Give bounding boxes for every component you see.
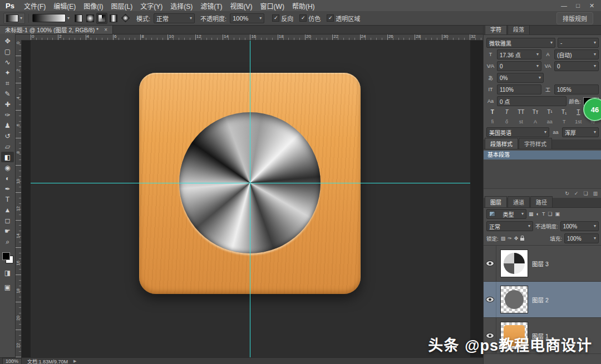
opacity-select[interactable]: 100% ▾: [230, 13, 264, 23]
standard-ligatures-button[interactable]: fi: [486, 118, 499, 126]
move-tool[interactable]: ✥: [1, 36, 14, 46]
visibility-toggle[interactable]: [484, 246, 496, 281]
baseline-shift-field[interactable]: 0 点: [497, 96, 566, 106]
menu-item[interactable]: 视图(V): [226, 1, 257, 11]
tracking-select[interactable]: 0 ▾: [554, 61, 599, 71]
tab-paragraph-styles[interactable]: 段落样式: [485, 138, 518, 149]
canvas-viewport[interactable]: [21, 40, 483, 357]
horizontal-ruler[interactable]: 02468101214161820222426283032: [21, 34, 483, 41]
lasso-tool[interactable]: ∿: [1, 57, 14, 67]
superscript-button[interactable]: T¹: [544, 108, 556, 116]
crop-tool[interactable]: ⌗: [1, 78, 14, 88]
sync-override-icon[interactable]: ↻: [565, 191, 569, 196]
path-selection-tool[interactable]: ▲: [1, 205, 14, 215]
foreground-color-swatch[interactable]: [2, 252, 10, 260]
anti-alias-select[interactable]: 浑厚 ▾: [562, 127, 599, 137]
lock-position-icon[interactable]: ✥: [514, 236, 519, 241]
filter-type-select[interactable]: 类型 ▾: [486, 209, 526, 219]
faux-bold-button[interactable]: T: [486, 108, 499, 116]
new-style-icon[interactable]: ❏: [583, 191, 588, 196]
tsume-select[interactable]: 0% ▾: [497, 73, 544, 83]
menu-item[interactable]: 滤镜(T): [196, 1, 226, 11]
hand-tool[interactable]: ☛: [1, 226, 14, 236]
filter-type-layers-icon[interactable]: T: [542, 211, 545, 217]
tab-paths[interactable]: 路径: [530, 196, 553, 207]
lock-transparent-icon[interactable]: ▨: [501, 236, 506, 241]
color-swatches[interactable]: [2, 252, 13, 263]
layer-thumbnail[interactable]: [500, 286, 528, 313]
vertical-scale-field[interactable]: 110%: [497, 84, 541, 94]
underline-button[interactable]: T: [573, 108, 585, 116]
mode-select[interactable]: 正常 ▾: [154, 13, 195, 23]
quick-selection-tool[interactable]: ✦: [1, 67, 14, 78]
brush-tool[interactable]: ✑: [1, 109, 14, 120]
lock-pixels-icon[interactable]: ✑: [508, 236, 512, 241]
ordinals-button[interactable]: 1st: [573, 118, 585, 126]
discretionary-ligatures-button[interactable]: st: [515, 118, 528, 126]
vertical-ruler[interactable]: 0246810121416182022: [15, 40, 22, 357]
reflected-gradient-button[interactable]: [108, 13, 119, 24]
type-tool[interactable]: T: [1, 194, 14, 205]
paragraph-style-item[interactable]: 基本段落: [484, 151, 601, 159]
menu-item[interactable]: 文字(Y): [136, 1, 166, 11]
blur-tool[interactable]: ◉: [1, 162, 14, 173]
angle-gradient-button[interactable]: [96, 13, 107, 24]
small-caps-button[interactable]: Tᴛ: [529, 108, 541, 116]
menu-item[interactable]: 窗口(W): [257, 1, 288, 11]
tab-character-styles[interactable]: 字符样式: [519, 138, 552, 149]
close-tab-icon[interactable]: ×: [104, 27, 107, 33]
blend-mode-select[interactable]: 正常 ▾: [486, 221, 533, 231]
zoom-level-field[interactable]: 100%: [2, 358, 22, 364]
language-select[interactable]: 美国英语 ▾: [486, 127, 549, 137]
layer-opacity-select[interactable]: 100% ▾: [560, 221, 599, 231]
filter-adjustment-layers-icon[interactable]: ◐: [536, 211, 539, 217]
checkbox-reverse[interactable]: ✓反向: [272, 14, 293, 23]
tab-channels[interactable]: 通道: [508, 196, 530, 207]
menu-item[interactable]: 图层(L): [107, 1, 137, 11]
diamond-gradient-button[interactable]: [120, 13, 131, 24]
contextual-alternates-button[interactable]: ő: [501, 118, 513, 126]
layer-row[interactable]: 图层 2: [484, 282, 601, 318]
all-caps-button[interactable]: TT: [515, 108, 528, 116]
lock-all-icon[interactable]: [520, 238, 524, 241]
gradient-tool[interactable]: ◧: [1, 152, 14, 162]
linear-gradient-button[interactable]: [73, 13, 84, 24]
visibility-toggle[interactable]: [484, 282, 496, 317]
font-family-select[interactable]: 微软雅黑 ▾: [486, 38, 555, 48]
eraser-tool[interactable]: ▱: [1, 141, 14, 152]
tab-character[interactable]: 字符: [485, 25, 507, 34]
pen-tool[interactable]: ✒: [1, 183, 14, 194]
horizontal-scale-field[interactable]: 105%: [554, 84, 599, 94]
font-size-select[interactable]: 17.36 点 ▾: [497, 49, 541, 59]
tool-preset-picker[interactable]: ▾: [3, 13, 25, 24]
filter-pixel-layers-icon[interactable]: ▦: [529, 211, 534, 217]
history-brush-tool[interactable]: ↺: [1, 131, 14, 141]
leading-select[interactable]: (自动) ▾: [554, 49, 599, 59]
workspace-button[interactable]: 排版规则: [556, 12, 593, 24]
filter-smart-object-icon[interactable]: ▣: [555, 211, 560, 217]
checkbox-transparency[interactable]: ✓透明区域: [327, 14, 360, 23]
restore-button[interactable]: □: [571, 2, 585, 9]
menu-item[interactable]: 编辑(E): [50, 1, 80, 11]
quick-mask-mode-button[interactable]: ◨: [1, 267, 14, 278]
eyedropper-tool[interactable]: ✎: [1, 88, 14, 99]
radial-gradient-button[interactable]: [85, 13, 96, 24]
faux-italic-button[interactable]: T: [501, 108, 513, 116]
filter-shape-layers-icon[interactable]: ❏: [548, 211, 552, 217]
layer-row[interactable]: 图层 3: [484, 246, 601, 282]
gradient-editor-button[interactable]: ▾: [32, 14, 70, 22]
dodge-tool[interactable]: ◐: [1, 173, 14, 183]
shape-tool[interactable]: ◻: [1, 215, 14, 226]
layer-thumbnail[interactable]: [500, 250, 528, 277]
font-style-select[interactable]: - ▾: [558, 38, 599, 48]
clone-stamp-tool[interactable]: ♟: [1, 120, 14, 131]
layer-fill-select[interactable]: 100% ▾: [564, 233, 599, 243]
marquee-tool[interactable]: ▢: [1, 46, 14, 57]
healing-brush-tool[interactable]: ✚: [1, 99, 14, 109]
checkbox-dither[interactable]: ✓仿色: [299, 14, 321, 23]
tab-paragraph[interactable]: 段落: [508, 25, 530, 34]
close-button[interactable]: ✕: [585, 2, 599, 9]
delete-style-icon[interactable]: ▥: [593, 191, 598, 196]
status-flyout-icon[interactable]: ▶: [73, 359, 76, 363]
subscript-button[interactable]: T₁: [558, 108, 570, 116]
